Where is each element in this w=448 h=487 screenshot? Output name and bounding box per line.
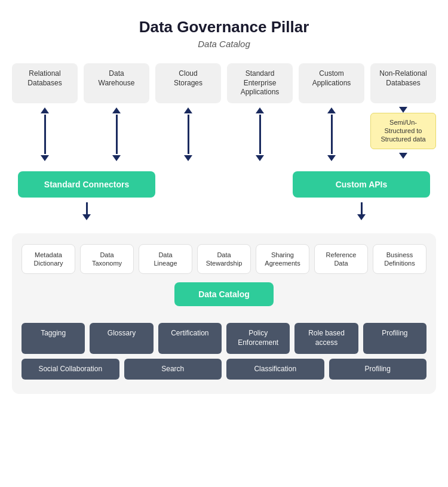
cap-classification: Classification: [226, 359, 324, 380]
feature-data-stewardship: DataStewardship: [197, 244, 251, 275]
connector-down-arrows: [12, 202, 436, 226]
source-data-warehouse: DataWarehouse: [84, 63, 149, 103]
yellow-top-arrowhead: [399, 107, 407, 113]
cap-social-collaboration: Social Collaboration: [22, 359, 119, 380]
source-custom-apps: CustomApplications: [299, 63, 364, 103]
double-arrow-4: [256, 107, 264, 161]
arrow-slot-5: [299, 104, 364, 164]
shaft-2: [116, 115, 118, 154]
arrowhead-down-3: [184, 155, 192, 161]
standard-down-arrow: [18, 202, 155, 226]
connectors-row: Standard Connectors Custom APIs: [12, 171, 436, 198]
arrowhead-down-1: [41, 155, 49, 161]
cap-policy-enforcement: PolicyEnforcement: [226, 323, 290, 353]
shaft-4: [259, 115, 261, 154]
custom-shaft: [361, 202, 363, 214]
standard-shaft: [86, 202, 88, 214]
source-cloud-storages: CloudStorages: [155, 63, 221, 103]
arrowhead-up-1: [41, 107, 49, 113]
data-catalog-button: Data Catalog: [174, 282, 274, 306]
custom-down-arrow-shape: [357, 202, 366, 226]
arrowhead-up-3: [184, 107, 192, 113]
feature-metadata-dictionary: MetadataDictionary: [22, 244, 75, 275]
cap-glossary: Glossary: [90, 323, 153, 353]
shaft-5: [331, 115, 333, 154]
source-relational-db: RelationalDatabases: [12, 63, 78, 103]
page-title: Data Governance Pillar: [139, 18, 309, 36]
shaft-3: [188, 115, 189, 154]
arrow-slot-2: [84, 104, 149, 164]
arrowhead-down-4: [256, 155, 264, 161]
arrows-row: Semi/Un-Structured toStructured data: [12, 104, 436, 164]
yellow-box-slot: Semi/Un-Structured toStructured data: [370, 104, 436, 164]
standard-connectors-button: Standard Connectors: [18, 171, 155, 198]
custom-down-arrow: [293, 202, 430, 226]
double-arrow-3: [184, 107, 192, 161]
shaft-1: [44, 115, 46, 154]
arrow-slot-3: [155, 104, 221, 164]
cap-tagging: Tagging: [22, 323, 85, 353]
custom-head: [357, 214, 366, 220]
features-row: MetadataDictionary DataTaxonomy DataLine…: [22, 244, 426, 275]
capabilities-row-1: Tagging Glossary Certification PolicyEnf…: [22, 323, 426, 353]
feature-data-lineage: DataLineage: [139, 244, 192, 275]
feature-business-definitions: BusinessDefinitions: [373, 244, 426, 275]
cap-role-based-access: Role basedaccess: [294, 323, 358, 353]
cap-profiling-1: Profiling: [363, 323, 426, 353]
arrow-slot-4: [227, 104, 293, 164]
page-subtitle: Data Catalog: [198, 39, 250, 49]
yellow-box: Semi/Un-Structured toStructured data: [370, 113, 436, 149]
cap-search: Search: [124, 359, 222, 380]
sources-row: RelationalDatabases DataWarehouse CloudS…: [12, 63, 436, 103]
cap-profiling-2: Profiling: [329, 359, 427, 380]
catalog-area: MetadataDictionary DataTaxonomy DataLine…: [12, 233, 436, 394]
double-arrow-5: [327, 107, 336, 161]
arrow-group: Semi/Un-Structured toStructured data: [12, 104, 436, 164]
arrowhead-down-5: [327, 155, 336, 161]
double-arrow-1: [41, 107, 49, 161]
double-arrow-2: [112, 107, 121, 161]
standard-down-arrow-shape: [82, 202, 91, 226]
arrow-slot-1: [12, 104, 78, 164]
arrowhead-up-4: [256, 107, 264, 113]
standard-head: [82, 214, 91, 220]
arrowhead-up-2: [112, 107, 121, 113]
feature-reference-data: ReferenceData: [314, 244, 368, 275]
arrowhead-down-2: [112, 155, 121, 161]
source-non-relational: Non-RelationalDatabases: [370, 63, 436, 103]
data-catalog-btn-row: Data Catalog: [22, 282, 426, 315]
feature-sharing-agreements: SharingAgreements: [256, 244, 309, 275]
source-standard-enterprise: StandardEnterpriseApplications: [227, 63, 293, 103]
arrowhead-up-5: [327, 107, 336, 113]
cap-certification: Certification: [158, 323, 222, 353]
custom-apis-button: Custom APIs: [293, 171, 430, 198]
yellow-bottom-arrowhead: [399, 153, 407, 159]
capabilities-row-2: Social Collaboration Search Classificati…: [22, 359, 426, 380]
feature-data-taxonomy: DataTaxonomy: [80, 244, 134, 275]
